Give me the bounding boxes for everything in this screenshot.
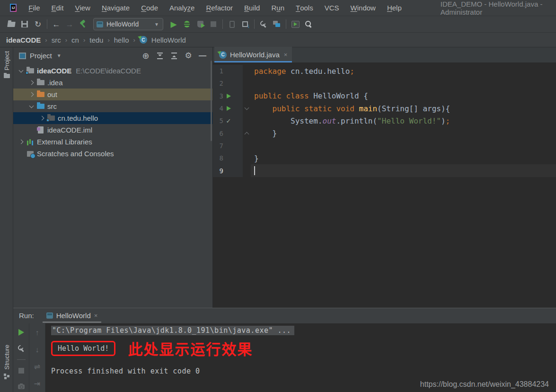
update-project-button[interactable] bbox=[238, 18, 252, 30]
run-tab-helloworld[interactable]: HelloWorld × bbox=[43, 308, 102, 323]
tree-item-label: ideaCODE bbox=[37, 67, 71, 75]
structure-tool-button[interactable]: Structure bbox=[0, 345, 13, 380]
close-icon[interactable]: × bbox=[284, 51, 288, 58]
bug-icon bbox=[184, 21, 190, 27]
tree-item-src[interactable]: src bbox=[13, 100, 212, 112]
scroll-to-end-button[interactable]: ⇥ bbox=[32, 378, 43, 390]
up-stacktrace-button[interactable]: ↑ bbox=[32, 327, 43, 339]
breadcrumb-cn[interactable]: cn bbox=[71, 36, 79, 44]
menu-file[interactable]: File bbox=[23, 0, 45, 16]
save-all-button[interactable] bbox=[18, 18, 31, 30]
gear-icon: ⚙ bbox=[185, 52, 192, 60]
down-stacktrace-button[interactable]: ↓ bbox=[32, 344, 43, 356]
rerun-icon bbox=[18, 329, 24, 336]
chevron-down-icon[interactable] bbox=[26, 106, 36, 107]
menu-navigate[interactable]: Navigate bbox=[96, 0, 135, 16]
forward-button[interactable]: → bbox=[63, 18, 76, 30]
soft-wrap-button[interactable]: ⇌ bbox=[32, 361, 43, 373]
menu-edit[interactable]: Edit bbox=[46, 0, 70, 16]
menu-help[interactable]: Help bbox=[381, 0, 407, 16]
breadcrumb-tedu[interactable]: tedu bbox=[89, 36, 103, 44]
menu-analyze[interactable]: Analyze bbox=[164, 0, 200, 16]
project-panel-title[interactable]: Project bbox=[30, 52, 52, 60]
tree-item-external-libraries[interactable]: External Libraries bbox=[13, 136, 212, 148]
run-config-combo[interactable]: HelloWorld▼ bbox=[93, 18, 163, 30]
code-text: } bbox=[251, 152, 556, 164]
menu-build[interactable]: Build bbox=[238, 0, 265, 16]
run-settings-button[interactable] bbox=[16, 343, 27, 354]
menu-refactor[interactable]: Refactor bbox=[200, 0, 238, 16]
tree-item-cn-tedu-hello[interactable]: cn.tedu.hello bbox=[13, 112, 212, 124]
debug-button[interactable] bbox=[180, 18, 194, 30]
fold-close-icon[interactable] bbox=[243, 133, 251, 134]
console-command-line[interactable]: "C:\Program Files\Java\jdk1.8.0_191\bin\… bbox=[51, 326, 294, 335]
synchronize-button[interactable]: ↻ bbox=[31, 18, 44, 30]
tree-item-out[interactable]: out bbox=[13, 89, 212, 100]
arrow-down-icon: ↓ bbox=[35, 346, 39, 354]
fold-open-icon[interactable] bbox=[243, 108, 251, 109]
project-structure-button[interactable] bbox=[270, 18, 283, 30]
chevron-right-icon[interactable] bbox=[37, 116, 46, 120]
tree-item-scratches-and-consoles[interactable]: Scratches and Consoles bbox=[13, 148, 212, 160]
stop-process-button[interactable] bbox=[16, 365, 27, 376]
breadcrumb-root[interactable]: ideaCODE bbox=[6, 36, 41, 44]
code-line-6[interactable]: 6 } bbox=[213, 127, 556, 139]
close-icon[interactable]: × bbox=[94, 312, 98, 319]
code-line-3[interactable]: 3public class HelloWorld { bbox=[213, 90, 556, 102]
toolbar-divider bbox=[47, 19, 47, 29]
project-tool-button[interactable]: Project bbox=[0, 51, 13, 78]
menu-tools[interactable]: Tools bbox=[290, 0, 319, 16]
wrench-icon bbox=[260, 20, 267, 28]
chevron-right-icon[interactable] bbox=[16, 140, 26, 143]
tree-scrollbar[interactable] bbox=[211, 61, 212, 141]
menu-window[interactable]: Window bbox=[345, 0, 381, 16]
code-line-1[interactable]: 1package cn.tedu.hello; bbox=[213, 65, 556, 77]
chevron-right-icon[interactable] bbox=[26, 81, 36, 84]
menu-code[interactable]: Code bbox=[135, 0, 164, 16]
attach-debugger-button[interactable] bbox=[225, 18, 238, 30]
collapse-all-button[interactable] bbox=[168, 50, 180, 62]
run-line-icon[interactable] bbox=[223, 106, 234, 111]
back-button[interactable]: ← bbox=[50, 18, 63, 30]
build-project-button[interactable] bbox=[76, 18, 89, 30]
menu-view[interactable]: View bbox=[69, 0, 96, 16]
code-editor[interactable]: 1package cn.tedu.hello;23public class He… bbox=[213, 63, 556, 177]
chevron-right-icon[interactable] bbox=[26, 93, 36, 96]
settings-gear-button[interactable]: ⚙ bbox=[182, 50, 194, 62]
breadcrumb-hello[interactable]: hello bbox=[114, 36, 129, 44]
code-line-8[interactable]: 8} bbox=[213, 152, 556, 164]
tree-item-ideacode-iml[interactable]: ideaCODE.iml bbox=[13, 124, 212, 136]
tree-item-ideacode[interactable]: ideaCODEE:\CODE\ideaCODE bbox=[13, 65, 212, 77]
rerun-button[interactable] bbox=[16, 327, 27, 338]
settings-button[interactable] bbox=[257, 18, 270, 30]
locate-file-button[interactable]: ⊕ bbox=[140, 50, 152, 62]
project-panel-header: Project ▼ ⊕⚙— bbox=[13, 47, 212, 64]
code-line-7[interactable]: 7 bbox=[213, 140, 556, 152]
tab-helloworld-java[interactable]: C HelloWorld.java × bbox=[214, 47, 292, 62]
search-everywhere-button[interactable] bbox=[302, 18, 315, 30]
breadcrumb-separator: › bbox=[65, 36, 67, 44]
dump-thread-button[interactable] bbox=[16, 382, 27, 392]
gutter: 8 bbox=[213, 152, 243, 164]
hide-panel-button[interactable]: — bbox=[196, 50, 209, 62]
expand-all-button[interactable] bbox=[154, 50, 166, 62]
code-line-5[interactable]: 5✓ System.out.println("Hello World!"); bbox=[213, 115, 556, 127]
run-line-icon[interactable] bbox=[223, 94, 234, 98]
arrow-up-icon: ↑ bbox=[35, 329, 39, 337]
run-button[interactable]: ▶ bbox=[167, 18, 180, 30]
breadcrumb-leaf[interactable]: HelloWorld bbox=[151, 36, 186, 44]
stop-button[interactable] bbox=[207, 18, 220, 30]
open-button[interactable] bbox=[5, 18, 18, 30]
code-line-4[interactable]: 4 public static void main(String[] args)… bbox=[213, 102, 556, 115]
menu-run[interactable]: Run bbox=[265, 0, 290, 16]
chevron-down-icon[interactable]: ▼ bbox=[57, 53, 62, 58]
run-anything-button[interactable] bbox=[289, 18, 302, 30]
code-line-2[interactable]: 2 bbox=[213, 77, 556, 89]
breadcrumb-src[interactable]: src bbox=[52, 36, 61, 44]
chevron-down-icon[interactable] bbox=[16, 70, 26, 72]
arrow-right-icon: → bbox=[66, 20, 74, 28]
menu-vcs[interactable]: VCS bbox=[319, 0, 345, 16]
run-coverage-button[interactable] bbox=[194, 18, 207, 30]
code-line-9[interactable]: 9 bbox=[213, 164, 556, 177]
tree-item--idea[interactable]: .idea bbox=[13, 77, 212, 89]
